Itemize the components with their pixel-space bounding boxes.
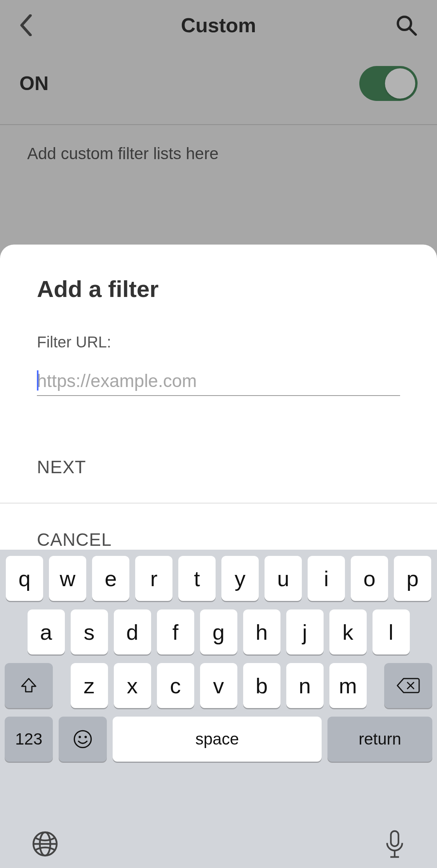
emoji-icon bbox=[73, 729, 93, 749]
svg-point-4 bbox=[74, 731, 91, 747]
key-backspace[interactable] bbox=[384, 663, 432, 708]
key-n[interactable]: n bbox=[286, 663, 324, 708]
filter-url-input[interactable] bbox=[37, 370, 400, 391]
svg-point-6 bbox=[85, 736, 87, 738]
key-t[interactable]: t bbox=[178, 556, 216, 601]
globe-icon bbox=[31, 830, 59, 858]
modal-title: Add a filter bbox=[37, 276, 400, 302]
key-i[interactable]: i bbox=[308, 556, 345, 601]
microphone-icon bbox=[383, 830, 406, 860]
key-u[interactable]: u bbox=[265, 556, 302, 601]
filter-url-field-wrap bbox=[37, 370, 400, 396]
key-space[interactable]: space bbox=[113, 717, 322, 762]
next-button[interactable]: NEXT bbox=[0, 431, 437, 503]
key-y[interactable]: y bbox=[221, 556, 259, 601]
globe-button[interactable] bbox=[31, 830, 59, 860]
dictation-button[interactable] bbox=[383, 830, 406, 860]
key-o[interactable]: o bbox=[351, 556, 388, 601]
key-j[interactable]: j bbox=[286, 609, 324, 654]
shift-icon bbox=[19, 676, 38, 695]
key-123[interactable]: 123 bbox=[5, 717, 53, 762]
key-p[interactable]: p bbox=[394, 556, 431, 601]
key-g[interactable]: g bbox=[200, 609, 237, 654]
key-l[interactable]: l bbox=[373, 609, 410, 654]
key-r[interactable]: r bbox=[135, 556, 172, 601]
text-cursor bbox=[37, 370, 38, 391]
key-f[interactable]: f bbox=[157, 609, 194, 654]
svg-rect-10 bbox=[391, 831, 399, 846]
key-w[interactable]: w bbox=[49, 556, 86, 601]
key-x[interactable]: x bbox=[114, 663, 151, 708]
key-v[interactable]: v bbox=[200, 663, 237, 708]
keyboard-row-1: q w e r t y u i o p bbox=[3, 556, 434, 601]
key-s[interactable]: s bbox=[71, 609, 108, 654]
backspace-icon bbox=[397, 677, 420, 694]
key-m[interactable]: m bbox=[329, 663, 367, 708]
next-label: NEXT bbox=[37, 457, 86, 477]
keyboard-row-4: 123 space return bbox=[3, 717, 434, 762]
key-h[interactable]: h bbox=[243, 609, 280, 654]
on-screen-keyboard: q w e r t y u i o p a s d f g h j k l z … bbox=[0, 550, 437, 868]
cancel-label: CANCEL bbox=[37, 529, 112, 550]
key-k[interactable]: k bbox=[329, 609, 367, 654]
key-z[interactable]: z bbox=[71, 663, 108, 708]
keyboard-row-3: z x c v b n m bbox=[3, 663, 434, 708]
svg-point-5 bbox=[78, 736, 81, 738]
key-a[interactable]: a bbox=[28, 609, 65, 654]
key-emoji[interactable] bbox=[59, 717, 107, 762]
key-e[interactable]: e bbox=[92, 556, 129, 601]
key-c[interactable]: c bbox=[157, 663, 194, 708]
key-return[interactable]: return bbox=[327, 717, 432, 762]
keyboard-row-2: a s d f g h j k l bbox=[3, 609, 434, 654]
key-shift[interactable] bbox=[5, 663, 53, 708]
key-d[interactable]: d bbox=[114, 609, 151, 654]
key-b[interactable]: b bbox=[243, 663, 280, 708]
filter-url-label: Filter URL: bbox=[37, 333, 400, 351]
key-q[interactable]: q bbox=[6, 556, 43, 601]
keyboard-bottom-bar bbox=[0, 830, 437, 860]
